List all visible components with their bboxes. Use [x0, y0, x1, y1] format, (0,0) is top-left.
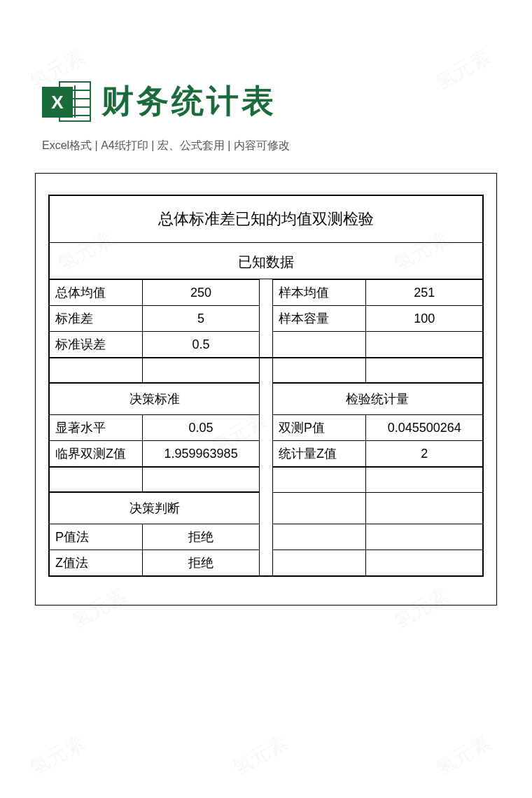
- page-subtitle: Excel格式 | A4纸打印 | 宏、公式套用 | 内容可修改: [0, 139, 532, 173]
- excel-icon-letter: X: [42, 87, 73, 118]
- judge-z-value: 拒绝: [143, 550, 260, 577]
- sheet-container: 总体标准差已知的均值双测检验 已知数据 总体均值 250 样本均值 251 标准…: [35, 173, 497, 606]
- known-data-header: 已知数据: [48, 243, 484, 279]
- sheet-title: 总体标准差已知的均值双测检验: [48, 195, 484, 243]
- spacer-row: [49, 467, 483, 492]
- table-row: P值法 拒绝: [49, 524, 483, 550]
- stddev-label: 标准差: [49, 306, 143, 332]
- stddev-value: 5: [143, 306, 260, 332]
- spacer-row: [49, 358, 483, 383]
- table-row: 决策标准 检验统计量: [49, 383, 483, 415]
- critz-value: 1.959963985: [143, 441, 260, 468]
- sample-mean-value: 251: [366, 280, 483, 306]
- decision-header: 决策标准: [49, 383, 260, 415]
- watermark: 氢元素: [431, 729, 496, 782]
- stderr-value: 0.5: [143, 332, 260, 358]
- stderr-label: 标准误差: [49, 332, 143, 358]
- sig-label: 显著水平: [49, 415, 143, 441]
- sample-size-value: 100: [366, 306, 483, 332]
- critz-label: 临界双测Z值: [49, 441, 143, 468]
- judge-p-label: P值法: [49, 524, 143, 550]
- sample-size-label: 样本容量: [272, 306, 366, 332]
- watermark: 氢元素: [228, 729, 293, 782]
- zstat-value: 2: [366, 441, 483, 468]
- known-data-table: 总体均值 250 样本均值 251 标准差 5 样本容量 100 标准误差 0.…: [48, 279, 484, 577]
- judge-p-value: 拒绝: [143, 524, 260, 550]
- watermark: 氢元素: [25, 729, 90, 782]
- table-row: 显著水平 0.05 双测P值 0.045500264: [49, 415, 483, 441]
- table-row: 标准误差 0.5: [49, 332, 483, 358]
- table-row: 决策判断: [49, 492, 483, 524]
- judge-z-label: Z值法: [49, 550, 143, 577]
- sample-mean-label: 样本均值: [272, 280, 366, 306]
- excel-icon: X: [42, 77, 91, 126]
- teststat-header: 检验统计量: [272, 383, 483, 415]
- table-row: 标准差 5 样本容量 100: [49, 306, 483, 332]
- judge-header: 决策判断: [49, 492, 260, 524]
- pval-label: 双测P值: [272, 415, 366, 441]
- table-row: Z值法 拒绝: [49, 550, 483, 577]
- table-row: 总体均值 250 样本均值 251: [49, 280, 483, 306]
- pval-value: 0.045500264: [366, 415, 483, 441]
- pop-mean-label: 总体均值: [49, 280, 143, 306]
- page-title: 财务统计表: [102, 80, 276, 123]
- page-header: X 财务统计表: [0, 0, 532, 139]
- sig-value: 0.05: [143, 415, 260, 441]
- zstat-label: 统计量Z值: [272, 441, 366, 468]
- pop-mean-value: 250: [143, 280, 260, 306]
- table-row: 临界双测Z值 1.959963985 统计量Z值 2: [49, 441, 483, 468]
